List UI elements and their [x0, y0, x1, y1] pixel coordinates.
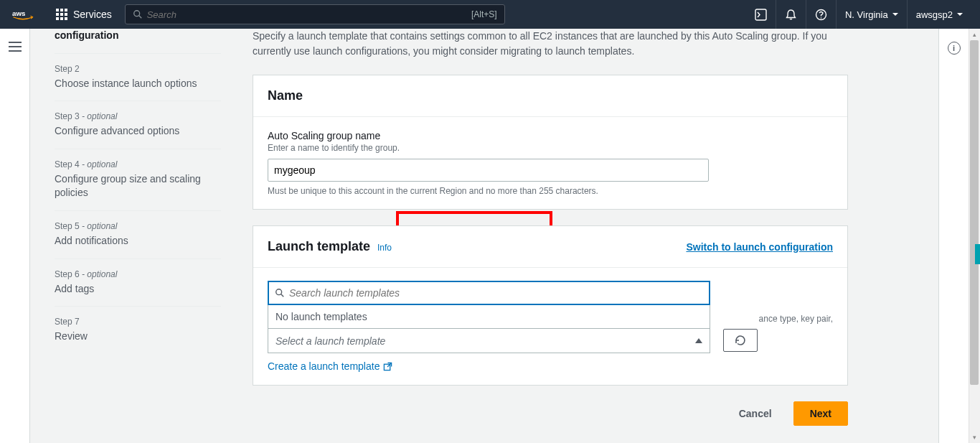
switch-to-launch-config-link[interactable]: Switch to launch configuration — [686, 241, 833, 253]
asg-name-input[interactable] — [268, 159, 709, 182]
svg-line-7 — [281, 294, 284, 297]
step-tag: Step 3 - optional — [55, 111, 221, 121]
template-select[interactable]: Select a launch template — [268, 328, 710, 353]
svg-point-1 — [133, 11, 139, 17]
svg-rect-3 — [755, 9, 766, 20]
next-button[interactable]: Next — [793, 401, 848, 426]
scroll-down-arrow[interactable]: ▾ — [969, 432, 980, 443]
wizard-step-2[interactable]: Step 2 Choose instance launch options — [55, 53, 221, 101]
template-search-input[interactable] — [289, 287, 703, 299]
chevron-down-icon — [957, 13, 963, 16]
info-link[interactable]: Info — [377, 243, 392, 253]
scrollbar-thumb[interactable] — [970, 40, 979, 385]
feedback-tab[interactable] — [975, 244, 980, 264]
wizard-step-7[interactable]: Step 7 Review — [55, 306, 221, 354]
top-nav-bar: aws Services [Alt+S] N. Virginia awsgsp2 — [0, 0, 980, 29]
vertical-scrollbar[interactable]: ▴ ▾ — [969, 29, 980, 443]
template-search[interactable] — [268, 281, 710, 305]
menu-toggle-icon[interactable] — [9, 42, 22, 52]
aws-logo[interactable]: aws — [9, 8, 37, 21]
region-selector[interactable]: N. Virginia — [836, 0, 907, 29]
main-content: Specify a launch template that contains … — [238, 29, 862, 414]
scroll-up-arrow[interactable]: ▴ — [969, 29, 980, 40]
wizard-step-1[interactable]: configuration — [55, 29, 221, 53]
search-icon — [275, 288, 285, 298]
step-tag: Step 4 - optional — [55, 159, 221, 169]
global-search-input[interactable] — [147, 9, 471, 20]
wizard-step-4[interactable]: Step 4 - optional Configure group size a… — [55, 149, 221, 210]
step-tag: Step 5 - optional — [55, 221, 221, 231]
left-rail — [0, 29, 30, 443]
step-tag: Step 6 - optional — [55, 269, 221, 279]
svg-text:aws: aws — [12, 9, 26, 17]
region-label: N. Virginia — [845, 9, 888, 20]
chevron-down-icon — [892, 13, 898, 16]
svg-line-2 — [138, 16, 141, 19]
template-select-placeholder: Select a launch template — [275, 335, 385, 347]
name-panel-heading: Name — [268, 88, 303, 103]
template-side-hint: ance type, key pair, — [759, 314, 833, 324]
step-tag: Step 7 — [55, 317, 221, 327]
asg-name-hint: Must be unique to this account in the cu… — [268, 186, 833, 196]
chevron-up-icon — [695, 338, 702, 343]
intro-text: Specify a launch template that contains … — [253, 29, 848, 59]
step-tag: Step 2 — [55, 64, 221, 74]
cloudshell-icon[interactable] — [746, 0, 776, 29]
svg-point-5 — [821, 17, 822, 19]
right-rail: i — [938, 29, 969, 443]
external-link-icon — [383, 362, 392, 371]
asg-name-desc: Enter a name to identify the group. — [268, 143, 833, 153]
account-label: awsgsp2 — [916, 9, 953, 20]
grid-icon — [56, 9, 67, 20]
template-panel-heading: Launch template — [268, 239, 370, 253]
step-title: Add notifications — [55, 234, 221, 248]
svg-point-6 — [276, 289, 282, 295]
step-title: Add tags — [55, 282, 221, 297]
step-title: Review — [55, 330, 221, 344]
wizard-step-6[interactable]: Step 6 - optional Add tags — [55, 258, 221, 307]
info-panel-toggle[interactable]: i — [948, 42, 961, 55]
search-shortcut: [Alt+S] — [471, 9, 497, 19]
name-panel: Name Auto Scaling group name Enter a nam… — [253, 75, 848, 210]
refresh-icon — [734, 334, 747, 347]
template-empty-text: No launch templates — [268, 305, 710, 328]
step-title: Configure advanced options — [55, 124, 221, 139]
services-menu[interactable]: Services — [49, 0, 119, 29]
refresh-button[interactable] — [723, 329, 758, 352]
wizard-actions: Cancel Next — [253, 401, 848, 426]
wizard-step-5[interactable]: Step 5 - optional Add notifications — [55, 210, 221, 258]
asg-name-label: Auto Scaling group name — [268, 130, 833, 141]
step-title: configuration — [55, 29, 221, 43]
global-search[interactable]: [Alt+S] — [125, 4, 505, 24]
launch-template-panel: Launch template Info Switch to launch co… — [253, 225, 848, 386]
step-title: Choose instance launch options — [55, 77, 221, 91]
template-dropdown: No launch templates Select a launch temp… — [268, 305, 710, 353]
wizard-step-3[interactable]: Step 3 - optional Configure advanced opt… — [55, 101, 221, 149]
search-icon — [133, 9, 143, 19]
step-title: Configure group size and scaling policie… — [55, 172, 221, 200]
wizard-steps-sidebar: configuration Step 2 Choose instance lau… — [30, 29, 238, 414]
services-label: Services — [73, 9, 112, 20]
cancel-button[interactable]: Cancel — [730, 402, 781, 425]
create-launch-template-link[interactable]: Create a launch template — [268, 360, 392, 372]
account-menu[interactable]: awsgsp2 — [907, 0, 971, 29]
help-icon[interactable] — [806, 0, 836, 29]
notifications-icon[interactable] — [776, 0, 806, 29]
